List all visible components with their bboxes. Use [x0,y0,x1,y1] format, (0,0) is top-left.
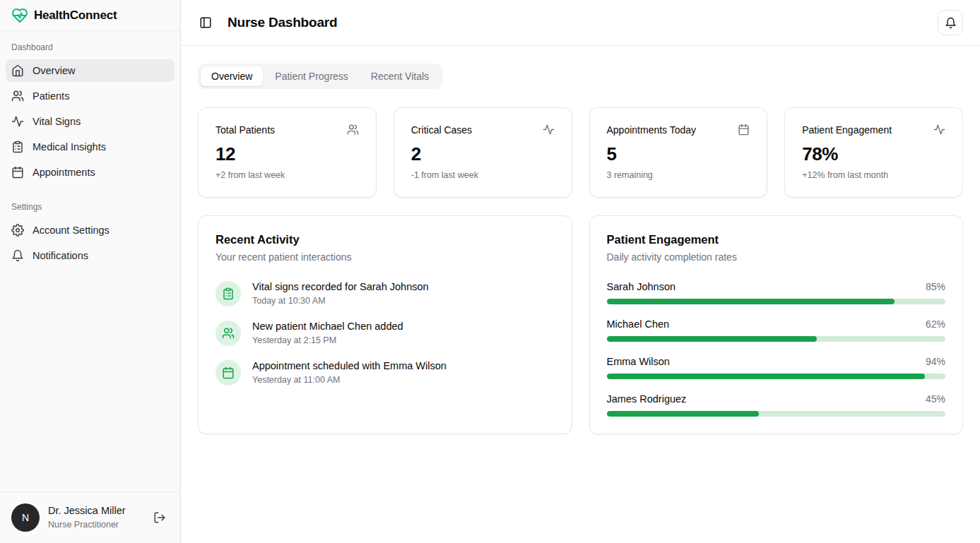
stat-card-critical-cases: Critical Cases 2 -1 from last week [394,107,572,198]
panel-left-icon [199,16,212,29]
sidebar-item-medical-insights[interactable]: Medical Insights [6,136,175,158]
patient-percent: 45% [926,393,945,405]
page-title: Nurse Dashboard [228,15,337,30]
logout-button[interactable] [150,508,169,527]
stat-caption: 3 remaining [607,170,750,180]
stat-caption: +2 from last week [216,170,359,180]
sidebar-item-label: Overview [33,65,75,76]
sidebar-item-vital-signs[interactable]: Vital Signs [6,110,175,133]
stat-card-appointments-today: Appointments Today 5 3 remaining [589,107,768,198]
patient-engagement-title: Patient Engagement [607,233,946,246]
calendar-icon [11,166,24,179]
tab-patient-progress[interactable]: Patient Progress [264,66,359,86]
activity-time: Yesterday at 11:00 AM [252,375,447,385]
stat-value: 5 [607,143,750,165]
stat-label: Total Patients [216,124,275,136]
progress-bar-fill [607,299,895,304]
stat-label: Appointments Today [607,124,697,136]
stat-card-patient-engagement: Patient Engagement 78% +12% from last mo… [784,107,963,198]
activity-list: Vital signs recorded for Sarah Johnson T… [216,281,555,386]
log-out-icon [153,511,166,524]
clipboard-icon [216,281,241,306]
progress-bar [607,374,946,379]
notifications-button[interactable] [938,10,963,35]
patient-percent: 94% [926,356,945,367]
section-label-dashboard: Dashboard [6,42,175,52]
users-icon [347,124,359,136]
section-label-settings: Settings [6,202,175,212]
patient-percent: 62% [926,318,945,330]
sidebar-item-label: Medical Insights [33,141,106,153]
progress-bar [607,336,946,342]
dashboard-content: Overview Patient Progress Recent Vitals … [181,46,980,452]
progress-bar-fill [607,411,760,417]
activity-item: Vital signs recorded for Sarah Johnson T… [216,281,555,306]
activity-icon [543,124,555,136]
patient-percent: 85% [926,281,945,292]
nav-section-dashboard: Dashboard Overview Patients Vital Signs [6,42,175,184]
sidebar-nav: Dashboard Overview Patients Vital Signs [0,31,180,270]
sidebar-item-appointments[interactable]: Appointments [6,161,175,184]
sidebar-toggle-button[interactable] [198,15,213,30]
avatar: N [11,503,40,532]
activity-title: Vital signs recorded for Sarah Johnson [252,281,429,292]
app-name: HealthConnect [34,8,117,23]
activity-time: Yesterday at 2:15 PM [252,335,403,345]
patient-name: Emma Wilson [607,356,670,367]
stat-value: 12 [216,143,359,165]
calendar-icon [216,360,241,386]
activity-title: Appointment scheduled with Emma Wilson [252,360,447,371]
gear-icon [11,224,24,237]
sidebar-item-label: Account Settings [33,225,110,236]
user-profile: N Dr. Jessica Miller Nurse Practitioner [0,491,180,543]
activity-item: Appointment scheduled with Emma Wilson Y… [216,360,555,386]
bell-icon [945,17,957,29]
users-icon [11,90,24,102]
stat-label: Patient Engagement [802,124,892,136]
sidebar-item-overview[interactable]: Overview [6,59,175,82]
user-role: Nurse Practitioner [48,519,126,530]
progress-bar [607,299,946,304]
patient-name: Michael Chen [607,318,670,330]
nav-section-settings: Settings Account Settings Notifications [6,202,175,267]
progress-bar-fill [607,374,926,379]
stat-card-total-patients: Total Patients 12 +2 from last week [198,107,377,198]
users-icon [216,321,241,346]
stat-caption: -1 from last week [411,170,555,180]
progress-bar-fill [607,336,817,342]
activity-title: New patient Michael Chen added [252,321,403,332]
stat-value: 2 [411,143,555,165]
activity-icon [933,124,945,136]
activity-item: New patient Michael Chen added Yesterday… [216,321,555,346]
recent-activity-card: Recent Activity Your recent patient inte… [198,215,572,434]
activity-icon [11,115,24,128]
user-meta: Dr. Jessica Miller Nurse Practitioner [48,504,126,530]
sidebar-item-notifications[interactable]: Notifications [6,244,175,267]
recent-activity-title: Recent Activity [216,233,555,246]
patient-engagement-subtitle: Daily activity completion rates [607,251,946,263]
home-icon [11,64,24,77]
stat-label: Critical Cases [411,124,472,136]
engagement-row: James Rodriguez 45% [607,393,946,417]
sidebar-item-patients[interactable]: Patients [6,85,175,107]
engagement-row: Emma Wilson 94% [607,356,946,379]
recent-activity-subtitle: Your recent patient interactions [216,251,555,263]
bell-icon [11,249,24,262]
sidebar-item-label: Vital Signs [33,116,81,127]
main-area: Nurse Dashboard Overview Patient Progres… [181,0,980,543]
tab-overview[interactable]: Overview [201,66,263,86]
heart-pulse-icon [11,7,28,24]
progress-bar [607,411,946,417]
sidebar-item-label: Patients [33,90,69,102]
sidebar-item-label: Appointments [33,167,95,178]
sidebar-item-account-settings[interactable]: Account Settings [6,219,175,241]
bottom-grid: Recent Activity Your recent patient inte… [198,215,963,434]
activity-time: Today at 10:30 AM [252,296,429,306]
user-name: Dr. Jessica Miller [48,504,126,518]
tab-recent-vitals[interactable]: Recent Vitals [360,66,439,86]
stat-value: 78% [802,143,945,165]
clipboard-icon [11,141,24,153]
sidebar: HealthConnect Dashboard Overview Patient… [0,0,181,543]
engagement-row: Sarah Johnson 85% [607,281,946,304]
top-header: Nurse Dashboard [181,0,980,46]
